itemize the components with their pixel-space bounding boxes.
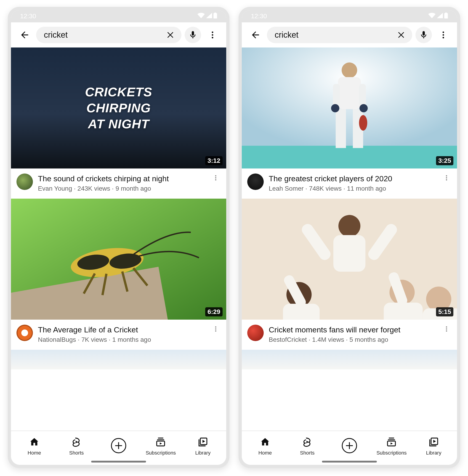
shorts-icon [71, 437, 82, 448]
library-icon [428, 437, 439, 448]
video-thumbnail[interactable]: CRICKETSCHIRPINGAT NIGHT 3:12 [11, 47, 226, 168]
library-icon [198, 437, 208, 448]
video-subline: Leah Somer · 748K views · 11 month ago [269, 185, 437, 192]
svg-point-35 [446, 175, 447, 177]
cellular-icon [206, 13, 212, 20]
bottom-nav: Home Shorts Subscriptions Library [242, 431, 457, 465]
nav-library[interactable]: Library [182, 437, 224, 456]
back-button[interactable] [247, 27, 264, 43]
channel-avatar[interactable] [16, 173, 33, 190]
channel-avatar[interactable] [247, 325, 264, 341]
channel-avatar[interactable] [16, 325, 33, 341]
search-input[interactable] [275, 30, 394, 40]
battery-icon [213, 13, 217, 20]
video-card[interactable]: 3:25 The greatest cricket players of 202… [242, 47, 457, 199]
phone-frame: 12:30 CRICKETS [8, 7, 229, 468]
search-input[interactable] [44, 30, 163, 40]
video-card[interactable]: CRICKETSCHIRPINGAT NIGHT 3:12 The sound … [11, 47, 226, 199]
svg-rect-27 [338, 77, 361, 109]
svg-point-6 [215, 177, 216, 179]
svg-point-15 [215, 330, 216, 332]
search-box[interactable] [36, 27, 181, 43]
svg-point-14 [215, 328, 216, 330]
search-header [242, 22, 457, 47]
plus-circle-icon [110, 437, 127, 455]
overflow-menu-button[interactable] [204, 27, 221, 43]
svg-point-2 [212, 31, 213, 33]
subscriptions-icon [386, 437, 397, 448]
svg-point-22 [443, 34, 444, 36]
results-feed[interactable]: 3:25 The greatest cricket players of 202… [242, 47, 457, 431]
video-subline: NationalBugs · 7K views · 1 months ago [38, 336, 206, 343]
video-thumbnail-peek[interactable] [242, 350, 457, 369]
voice-search-button[interactable] [185, 27, 201, 43]
plus-circle-icon [341, 437, 358, 455]
video-thumbnail[interactable]: 5:15 [242, 199, 457, 320]
nav-library[interactable]: Library [413, 437, 455, 456]
video-title: Cricket moments fans will never forget [269, 325, 437, 335]
nav-shorts[interactable]: Shorts [55, 437, 97, 456]
svg-point-3 [212, 34, 213, 36]
battery-icon [444, 13, 448, 20]
video-overflow-menu[interactable] [211, 325, 221, 332]
video-subline: BestofCricket · 1.4M views · 5 months ag… [269, 336, 437, 343]
svg-rect-19 [444, 13, 448, 18]
wifi-icon [428, 13, 436, 20]
gesture-bar [91, 461, 146, 462]
video-overflow-menu[interactable] [441, 173, 452, 181]
video-title: The sound of crickets chirping at night [38, 173, 206, 183]
video-title: The greatest cricket players of 2020 [269, 173, 437, 183]
nav-shorts[interactable]: Shorts [286, 437, 328, 456]
home-icon [29, 437, 40, 448]
video-card[interactable]: 6:29 The Average Life of a Cricket Natio… [11, 199, 226, 350]
svg-point-13 [215, 326, 216, 328]
video-subline: Evan Young · 243K views · 9 month ago [38, 185, 206, 192]
wifi-icon [197, 13, 205, 20]
video-thumbnail-peek[interactable] [11, 350, 226, 369]
back-button[interactable] [16, 27, 33, 43]
bottom-nav: Home Shorts Subscriptions Library [11, 431, 226, 465]
video-thumbnail[interactable]: 3:25 [242, 47, 457, 168]
svg-point-5 [215, 175, 216, 177]
gesture-bar [322, 461, 377, 462]
svg-point-53 [446, 330, 447, 332]
svg-point-36 [446, 177, 447, 179]
svg-rect-31 [359, 84, 366, 107]
subscriptions-icon [155, 437, 166, 448]
clear-search-button[interactable] [165, 30, 176, 40]
search-header [11, 22, 226, 47]
svg-point-39 [338, 215, 360, 237]
results-feed[interactable]: CRICKETSCHIRPINGAT NIGHT 3:12 The sound … [11, 47, 226, 431]
svg-point-21 [443, 31, 444, 33]
clear-search-button[interactable] [396, 30, 406, 40]
video-overflow-menu[interactable] [441, 325, 452, 332]
voice-search-button[interactable] [415, 27, 432, 43]
svg-point-34 [359, 115, 367, 131]
svg-rect-28 [336, 109, 346, 148]
video-card[interactable]: 5:15 Cricket moments fans will never for… [242, 199, 457, 350]
svg-rect-1 [214, 13, 216, 14]
shorts-icon [302, 437, 313, 448]
nav-subscriptions[interactable]: Subscriptions [140, 437, 182, 456]
channel-avatar[interactable] [247, 173, 264, 190]
svg-point-51 [446, 326, 447, 328]
video-duration: 5:15 [436, 307, 453, 316]
status-time: 12:30 [251, 13, 267, 20]
svg-rect-0 [213, 13, 217, 18]
nav-create[interactable] [328, 437, 370, 455]
overflow-menu-button[interactable] [435, 27, 452, 43]
video-overflow-menu[interactable] [211, 173, 221, 181]
svg-point-23 [443, 37, 444, 38]
video-thumbnail[interactable]: 6:29 [11, 199, 226, 320]
nav-home[interactable]: Home [244, 437, 286, 456]
video-title: The Average Life of a Cricket [38, 325, 206, 335]
video-duration: 3:12 [205, 156, 223, 165]
nav-subscriptions[interactable]: Subscriptions [370, 437, 412, 456]
svg-point-37 [446, 179, 447, 181]
search-box[interactable] [267, 27, 412, 43]
phone-frame: 12:30 [239, 7, 460, 468]
nav-create[interactable] [98, 437, 140, 455]
svg-rect-30 [333, 84, 340, 107]
svg-rect-20 [445, 13, 447, 14]
nav-home[interactable]: Home [13, 437, 55, 456]
